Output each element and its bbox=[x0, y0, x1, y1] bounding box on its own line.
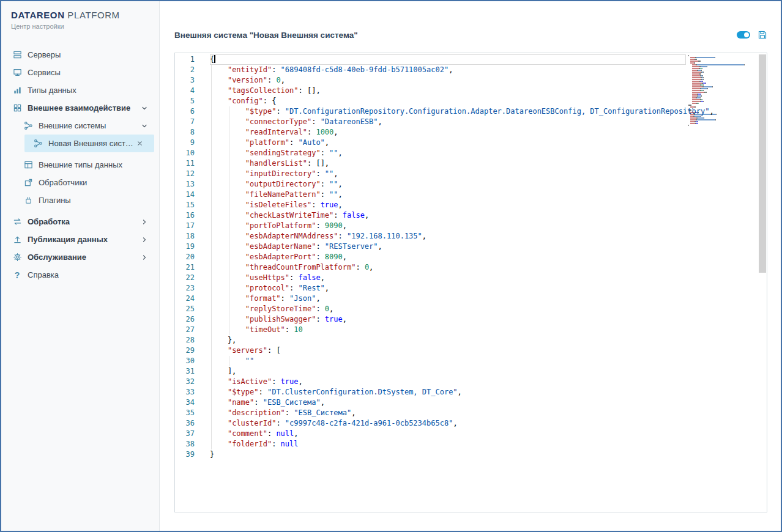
code-token bbox=[210, 388, 228, 396]
code-token: "DatareonESB" bbox=[321, 117, 378, 126]
code-area[interactable]: { "entityId": "689408fd-c5d8-40eb-9fdd-b… bbox=[210, 54, 686, 460]
code-line[interactable]: "fileNamePattern": "", bbox=[210, 190, 686, 200]
code-line[interactable]: "tagsCollection": [], bbox=[210, 86, 686, 96]
sidebar-item-external-systems[interactable]: Внешние системы bbox=[1, 117, 159, 135]
sidebar-item-plugins[interactable]: Плагины bbox=[1, 191, 159, 209]
chevron-right-icon[interactable] bbox=[140, 253, 149, 262]
code-line[interactable]: "portToPlatform": 9090, bbox=[210, 221, 686, 231]
code-line[interactable]: "clusterId": "c9997c48-c2fa-421d-a961-0c… bbox=[210, 418, 686, 429]
code-line[interactable]: "$type": "DT.ConfigurationRepository.Con… bbox=[210, 106, 686, 117]
minimap-row bbox=[688, 84, 757, 86]
line-number: 15 bbox=[175, 200, 195, 210]
code-line[interactable]: "protocol": "Rest", bbox=[210, 283, 686, 294]
code-token: "name" bbox=[228, 398, 254, 407]
code-line[interactable]: "timeOut": 10 bbox=[210, 325, 686, 335]
save-icon[interactable] bbox=[758, 30, 767, 40]
minimap-row bbox=[688, 64, 757, 65]
code-token: "Rest" bbox=[299, 284, 325, 292]
code-token: 0 bbox=[276, 76, 280, 84]
sidebar-item-label: Новая Внешняя систе... bbox=[48, 139, 135, 148]
code-line[interactable]: "version": 0, bbox=[210, 75, 686, 86]
minimap[interactable] bbox=[688, 55, 757, 127]
code-line[interactable]: "esbAdapterNMAddress": "192.168.110.135"… bbox=[210, 231, 686, 242]
code-line[interactable]: ], bbox=[210, 366, 686, 377]
code-line[interactable]: "isActive": true, bbox=[210, 377, 686, 387]
minimap-row bbox=[688, 99, 757, 100]
code-token bbox=[210, 305, 245, 313]
code-line[interactable]: "folderId": null bbox=[210, 439, 686, 449]
code-token: , bbox=[321, 398, 325, 407]
sidebar-item-servers[interactable]: Серверы bbox=[1, 46, 159, 64]
chevron-right-icon[interactable] bbox=[140, 235, 149, 245]
line-number: 35 bbox=[175, 408, 195, 418]
code-line[interactable]: "readInterval": 1000, bbox=[210, 127, 686, 138]
plugins-icon bbox=[23, 196, 33, 205]
sidebar-item-external-data-types[interactable]: Внешние типы данных bbox=[1, 156, 159, 174]
line-number: 30 bbox=[175, 356, 195, 366]
sidebar-item-label: Внешние типы данных bbox=[39, 160, 122, 169]
sidebar-item-external-interaction[interactable]: Внешнее взаимодействие bbox=[1, 99, 159, 117]
code-line[interactable]: "platform": "Auto", bbox=[210, 138, 686, 148]
code-token bbox=[210, 159, 245, 168]
code-token: , bbox=[333, 128, 338, 136]
code-token: "DT.ConfigurationRepository.Configuratio… bbox=[285, 107, 710, 116]
code-line[interactable]: "useHttps": false, bbox=[210, 273, 686, 283]
code-line[interactable]: "inputDirectory": "", bbox=[210, 169, 686, 179]
code-line[interactable]: }, bbox=[210, 335, 686, 345]
code-token: : bbox=[285, 408, 294, 417]
code-line[interactable]: "replyStoreTime": 0, bbox=[210, 304, 686, 314]
sidebar-item-processing[interactable]: Обработка bbox=[1, 213, 159, 231]
code-token: "Json" bbox=[289, 294, 316, 303]
sidebar-item-data-types[interactable]: Типы данных bbox=[1, 81, 159, 99]
code-line[interactable]: "name": "ESB_Система", bbox=[210, 397, 686, 408]
chevron-down-icon[interactable] bbox=[140, 121, 149, 131]
view-toggle[interactable] bbox=[737, 31, 750, 39]
code-token: : bbox=[272, 65, 280, 74]
code-line[interactable]: "$type": "DT.ClusterConfiguration.DtSyst… bbox=[210, 387, 686, 397]
code-token: : bbox=[267, 429, 276, 438]
code-line[interactable]: "isDeleteFiles": true, bbox=[210, 200, 686, 210]
sidebar-item-label: Обработка bbox=[28, 217, 70, 226]
sidebar-item-new-external-system[interactable]: Новая Внешняя систе... bbox=[24, 135, 154, 152]
code-line[interactable]: "servers": [ bbox=[210, 345, 686, 356]
code-line[interactable]: "threadCountFromPlatform": 0, bbox=[210, 262, 686, 273]
line-number-gutter: 1234567891011121314151617181920212223242… bbox=[175, 54, 195, 460]
code-line[interactable]: "handlersList": [], bbox=[210, 158, 686, 169]
code-line[interactable]: "config": { bbox=[210, 96, 686, 106]
code-line[interactable]: } bbox=[210, 449, 686, 460]
minimap-row bbox=[688, 57, 757, 58]
code-line[interactable]: "checkLastWriteTime": false, bbox=[210, 210, 686, 221]
code-line[interactable]: "" bbox=[210, 356, 686, 366]
chevron-down-icon[interactable] bbox=[140, 103, 149, 113]
close-icon[interactable] bbox=[135, 139, 144, 149]
sidebar-item-handlers[interactable]: Обработчики bbox=[1, 174, 159, 191]
sidebar-item-data-publishing[interactable]: Публикация данных bbox=[1, 231, 159, 248]
code-line[interactable]: "format": "Json", bbox=[210, 294, 686, 304]
sidebar-item-maintenance[interactable]: Обслуживание bbox=[1, 248, 159, 266]
code-line[interactable]: "esbAdapterPort": 8090, bbox=[210, 252, 686, 262]
code-line[interactable]: "connectorType": "DatareonESB", bbox=[210, 117, 686, 127]
code-token: , bbox=[351, 408, 356, 417]
code-line[interactable]: "comment": null, bbox=[210, 429, 686, 439]
code-token: "portToPlatform" bbox=[245, 221, 316, 230]
code-line[interactable]: "publishSwagger": true, bbox=[210, 314, 686, 325]
line-number: 12 bbox=[175, 169, 195, 179]
sidebar-item-help[interactable]: ?Справка bbox=[1, 266, 159, 284]
code-line[interactable]: "sendingStrategy": "", bbox=[210, 148, 686, 158]
code-token bbox=[210, 242, 245, 251]
code-line[interactable]: { bbox=[210, 54, 686, 65]
chevron-right-icon[interactable] bbox=[140, 217, 149, 227]
code-line[interactable]: "entityId": "689408fd-c5d8-40eb-9fdd-b57… bbox=[210, 65, 686, 75]
line-number: 11 bbox=[175, 158, 195, 169]
code-line[interactable]: "outputDirectory": "", bbox=[210, 179, 686, 190]
code-token: "version" bbox=[228, 76, 267, 84]
code-line[interactable]: "description": "ESB_Система", bbox=[210, 408, 686, 418]
code-line[interactable]: "esbAdapterName": "RESTserver", bbox=[210, 242, 686, 252]
scrollbar-thumb[interactable] bbox=[759, 54, 766, 273]
line-number: 23 bbox=[175, 283, 195, 294]
code-editor[interactable]: 1234567891011121314151617181920212223242… bbox=[175, 53, 767, 512]
code-token: , bbox=[325, 284, 329, 292]
editor-scrollbar[interactable] bbox=[758, 53, 767, 512]
sidebar-item-services[interactable]: Сервисы bbox=[1, 64, 159, 81]
code-token: , bbox=[422, 232, 426, 240]
